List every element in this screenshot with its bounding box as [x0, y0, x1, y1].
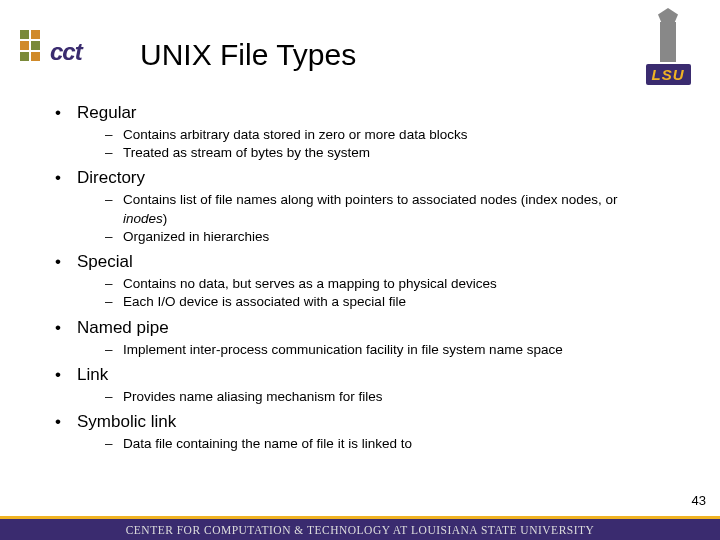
sub-item-text: Organized in hierarchies — [123, 228, 665, 246]
sublist: –Implement inter-process communication f… — [55, 341, 665, 359]
sub-item: –Contains list of file names along with … — [105, 191, 665, 227]
item-label: Directory — [77, 168, 145, 188]
sublist: –Provides name aliasing mechanism for fi… — [55, 388, 665, 406]
dash-icon: – — [105, 293, 123, 311]
item-label: Special — [77, 252, 133, 272]
dash-icon: – — [105, 228, 123, 246]
dash-icon: – — [105, 191, 123, 209]
dash-icon: – — [105, 126, 123, 144]
sublist: –Data file containing the name of file i… — [55, 435, 665, 453]
sub-item-text: Contains list of file names along with p… — [123, 191, 665, 227]
bullet-icon: • — [55, 252, 77, 272]
dash-icon: – — [105, 275, 123, 293]
list-item: •Directory–Contains list of file names a… — [55, 168, 665, 246]
item-label: Link — [77, 365, 108, 385]
list-item: •Special–Contains no data, but serves as… — [55, 252, 665, 311]
sub-item-text: Implement inter-process communication fa… — [123, 341, 665, 359]
sub-item: –Contains arbitrary data stored in zero … — [105, 126, 665, 144]
item-label: Regular — [77, 103, 137, 123]
bullet-row: •Symbolic link — [55, 412, 665, 432]
sub-item: –Treated as stream of bytes by the syste… — [105, 144, 665, 162]
bullet-row: •Special — [55, 252, 665, 272]
content-body: •Regular–Contains arbitrary data stored … — [0, 85, 720, 453]
dash-icon: – — [105, 144, 123, 162]
sub-item-text: Treated as stream of bytes by the system — [123, 144, 665, 162]
sub-item: –Contains no data, but serves as a mappi… — [105, 275, 665, 293]
dash-icon: – — [105, 341, 123, 359]
bullet-icon: • — [55, 168, 77, 188]
bullet-icon: • — [55, 318, 77, 338]
lsu-logo-text: LSU — [646, 64, 691, 85]
bullet-icon: • — [55, 412, 77, 432]
sub-item-text: Provides name aliasing mechanism for fil… — [123, 388, 665, 406]
cct-logo: cct — [20, 30, 115, 85]
bullet-row: •Directory — [55, 168, 665, 188]
sub-item-text: Data file containing the name of file it… — [123, 435, 665, 453]
footer-bar: CENTER FOR COMPUTATION & TECHNOLOGY AT L… — [0, 516, 720, 540]
list-item: •Regular–Contains arbitrary data stored … — [55, 103, 665, 162]
sublist: –Contains no data, but serves as a mappi… — [55, 275, 665, 311]
sub-item-text: Contains no data, but serves as a mappin… — [123, 275, 665, 293]
tower-icon — [650, 8, 686, 62]
header: cct UNIX File Types LSU — [0, 0, 720, 85]
sub-item: –Organized in hierarchies — [105, 228, 665, 246]
item-label: Named pipe — [77, 318, 169, 338]
list-item: •Symbolic link–Data file containing the … — [55, 412, 665, 453]
bullet-row: •Link — [55, 365, 665, 385]
sub-item: –Each I/O device is associated with a sp… — [105, 293, 665, 311]
list-item: •Link–Provides name aliasing mechanism f… — [55, 365, 665, 406]
bullet-icon: • — [55, 365, 77, 385]
item-label: Symbolic link — [77, 412, 176, 432]
list-item: •Named pipe–Implement inter-process comm… — [55, 318, 665, 359]
sublist: –Contains arbitrary data stored in zero … — [55, 126, 665, 162]
bullet-icon: • — [55, 103, 77, 123]
sub-item-text: Each I/O device is associated with a spe… — [123, 293, 665, 311]
sub-item-text: Contains arbitrary data stored in zero o… — [123, 126, 665, 144]
dash-icon: – — [105, 435, 123, 453]
page-number: 43 — [692, 493, 706, 508]
bullet-row: •Regular — [55, 103, 665, 123]
sublist: –Contains list of file names along with … — [55, 191, 665, 246]
bullet-row: •Named pipe — [55, 318, 665, 338]
slide-title: UNIX File Types — [140, 38, 356, 72]
lsu-logo: LSU — [638, 8, 698, 88]
dash-icon: – — [105, 388, 123, 406]
slide: cct UNIX File Types LSU •Regular–Contain… — [0, 0, 720, 540]
sub-item: –Data file containing the name of file i… — [105, 435, 665, 453]
sub-item: –Implement inter-process communication f… — [105, 341, 665, 359]
sub-item: –Provides name aliasing mechanism for fi… — [105, 388, 665, 406]
cct-logo-text: cct — [50, 38, 82, 66]
